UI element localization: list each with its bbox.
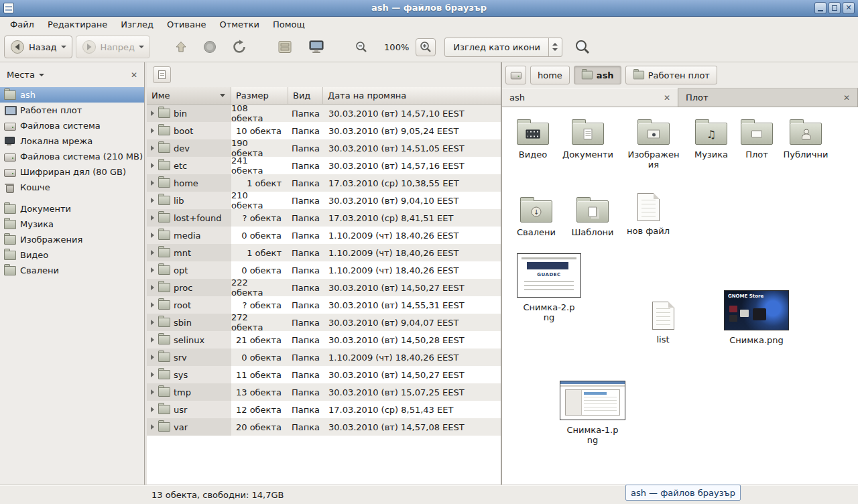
- table-row[interactable]: var20 обектаПапка30.03.2010 (вт) 14,57,0…: [147, 418, 501, 436]
- maximize-button[interactable]: [829, 2, 841, 14]
- table-row[interactable]: sbin272 обектаПапка30.03.2010 (вт) 9,04,…: [147, 314, 501, 331]
- zoom-in-button[interactable]: [416, 38, 436, 56]
- table-row[interactable]: tmp13 обектаПапка30.03.2010 (вт) 15,07,2…: [147, 383, 501, 401]
- expander-icon[interactable]: [151, 355, 154, 360]
- tab-close-icon[interactable]: [664, 94, 670, 102]
- grid-item-10[interactable]: list: [633, 299, 693, 344]
- expander-icon[interactable]: [151, 145, 154, 151]
- expander-icon[interactable]: [151, 285, 154, 290]
- expander-icon[interactable]: [151, 372, 154, 377]
- stop-button[interactable]: [197, 36, 223, 58]
- reload-button[interactable]: [226, 36, 253, 58]
- expander-icon[interactable]: [151, 180, 154, 186]
- column-header-name[interactable]: Име: [147, 87, 231, 104]
- expander-icon[interactable]: [151, 337, 154, 342]
- table-row[interactable]: media0 обектаПапка1.10.2009 (чт) 18,40,2…: [147, 227, 501, 244]
- expander-icon[interactable]: [151, 267, 154, 273]
- sidebar-item-9[interactable]: Изображения: [0, 232, 144, 247]
- sidebar-item-0[interactable]: ash: [0, 87, 144, 103]
- table-row[interactable]: srv0 обектаПапка1.10.2009 (чт) 18,40,26 …: [147, 349, 501, 366]
- breadcrumb-ash-button[interactable]: ash: [574, 66, 621, 84]
- table-row[interactable]: proc222 обектаПапка30.03.2010 (вт) 14,50…: [147, 279, 501, 296]
- table-row[interactable]: opt0 обектаПапка1.10.2009 (чт) 18,40,26 …: [147, 261, 501, 279]
- table-row[interactable]: lost+found? обектаПапка17.03.2010 (ср) 8…: [147, 209, 501, 227]
- table-row[interactable]: lib210 обектаПапка30.03.2010 (вт) 9,04,1…: [147, 192, 501, 209]
- column-header-modified[interactable]: Дата на промяна: [323, 87, 501, 104]
- table-row[interactable]: root? обектаПапка30.03.2010 (вт) 14,55,3…: [147, 296, 501, 314]
- column-header-type[interactable]: Вид: [288, 87, 323, 104]
- breadcrumb-root-button[interactable]: [505, 66, 526, 84]
- grid-item-6[interactable]: Свалени: [506, 193, 566, 237]
- menu-item-2[interactable]: Изглед: [114, 17, 160, 32]
- table-row[interactable]: home1 обектПапка17.03.2010 (ср) 10,38,55…: [147, 174, 501, 192]
- view-mode-select[interactable]: Изглед като икони: [444, 38, 562, 57]
- titlebar[interactable]: ash — файлов браузър: [0, 0, 858, 17]
- tab-plot[interactable]: Плот: [678, 88, 858, 107]
- table-row[interactable]: selinux21 обектаПапка30.03.2010 (вт) 14,…: [147, 331, 501, 349]
- grid-item-1[interactable]: Документи: [558, 115, 618, 160]
- expander-icon[interactable]: [151, 215, 154, 220]
- menu-item-3[interactable]: Отиване: [160, 17, 212, 32]
- expander-icon[interactable]: [151, 320, 154, 325]
- menu-item-1[interactable]: Редактиране: [41, 17, 114, 32]
- expander-icon[interactable]: [151, 389, 154, 395]
- sidebar-item-8[interactable]: Музика: [0, 216, 144, 232]
- expander-icon[interactable]: [151, 424, 154, 430]
- table-row[interactable]: sys11 обектаПапка30.03.2010 (вт) 14,50,2…: [147, 366, 501, 383]
- menu-item-0[interactable]: Файл: [3, 17, 41, 32]
- table-row[interactable]: dev190 обектаПапка30.03.2010 (вт) 14,51,…: [147, 139, 501, 157]
- table-row[interactable]: mnt1 обектПапка1.10.2009 (чт) 18,40,26 E…: [147, 244, 501, 261]
- forward-button[interactable]: Напред: [76, 36, 150, 58]
- table-row[interactable]: boot10 обектаПапка30.03.2010 (вт) 9,05,2…: [147, 122, 501, 139]
- back-history-caret-icon[interactable]: [61, 46, 66, 48]
- expander-icon[interactable]: [151, 302, 154, 308]
- sidebar-item-3[interactable]: Локална мрежа: [0, 133, 144, 149]
- expander-icon[interactable]: [151, 250, 154, 255]
- tab-close-icon[interactable]: [843, 94, 850, 102]
- view-mode-spinner[interactable]: [548, 38, 562, 56]
- grid-item-5[interactable]: Публични: [776, 115, 836, 160]
- expander-icon[interactable]: [151, 407, 154, 412]
- forward-history-caret-icon[interactable]: [139, 46, 144, 48]
- home-button[interactable]: [271, 36, 299, 58]
- sidebar-item-5[interactable]: Шифриран дял (80 GB): [0, 164, 144, 180]
- sidebar-item-6[interactable]: Кошче: [0, 180, 144, 195]
- table-row[interactable]: usr12 обектаПапка17.03.2010 (ср) 8,51,43…: [147, 401, 501, 418]
- sidebar-item-2[interactable]: Файлова система: [0, 118, 144, 133]
- taskbar-window-button[interactable]: ash — файлов браузър: [625, 485, 741, 501]
- computer-button[interactable]: [302, 36, 330, 58]
- breadcrumb-home-button[interactable]: home: [530, 66, 570, 84]
- grid-item-0[interactable]: Видео: [503, 115, 563, 160]
- zoom-out-button[interactable]: [349, 36, 374, 58]
- close-button[interactable]: [843, 2, 855, 14]
- expander-icon[interactable]: [151, 233, 154, 238]
- up-button[interactable]: [168, 36, 194, 58]
- grid-item-2[interactable]: Изображения: [623, 115, 684, 170]
- sidebar-item-11[interactable]: Свалени: [0, 263, 144, 278]
- menu-item-4[interactable]: Отметки: [212, 17, 265, 32]
- grid-item-12[interactable]: Снимка-1.png: [559, 381, 626, 445]
- grid-item-8[interactable]: нов файл: [618, 190, 678, 236]
- location-toggle-button[interactable]: [153, 66, 171, 83]
- search-button[interactable]: [568, 36, 597, 58]
- grid-item-11[interactable]: GNOME StoreСнимка.png: [723, 290, 790, 345]
- sidebar-item-10[interactable]: Видео: [0, 247, 144, 263]
- sidebar-item-1[interactable]: Работен плот: [0, 103, 144, 118]
- sidebar-close-button[interactable]: [131, 71, 137, 79]
- breadcrumb-desktop-button[interactable]: Работен плот: [625, 66, 717, 84]
- expander-icon[interactable]: [151, 111, 154, 116]
- sidebar-mode-caret-icon[interactable]: [39, 74, 44, 76]
- back-button[interactable]: Назад: [4, 36, 72, 58]
- expander-icon[interactable]: [151, 198, 154, 203]
- sidebar-item-7[interactable]: Документи: [0, 201, 144, 216]
- sidebar-item-4[interactable]: Файлова система (210 MB): [0, 149, 144, 164]
- grid-item-7[interactable]: Шаблони: [562, 193, 623, 237]
- menu-item-5[interactable]: Помощ: [266, 17, 312, 32]
- tab-ash[interactable]: ash: [502, 88, 678, 107]
- table-row[interactable]: etc241 обектаПапка30.03.2010 (вт) 14,57,…: [147, 157, 501, 174]
- grid-item-9[interactable]: GUADECСнимка-2.png: [516, 253, 582, 322]
- column-header-size[interactable]: Размер: [231, 87, 288, 104]
- table-row[interactable]: bin108 обектаПапка30.03.2010 (вт) 14,57,…: [147, 105, 501, 122]
- expander-icon[interactable]: [151, 128, 154, 133]
- expander-icon[interactable]: [151, 163, 154, 168]
